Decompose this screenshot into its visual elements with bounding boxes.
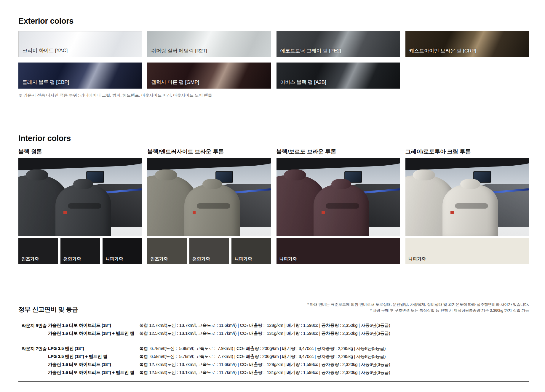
interior-photo-black-monotone — [18, 158, 142, 236]
fuel-economy-detail: 복합 12.7km/ℓ(도심 : 13.7km/ℓ, 고속도로 : 11.6km… — [139, 323, 390, 328]
engine-label: LPG 3.5 엔진 (18") + 빌트인 캠 — [48, 354, 139, 359]
exterior-swatch-shimmering-silver: 쉬머링 실버 메탈릭 [R2T] — [147, 31, 271, 57]
fuel-economy-note-line: * 차량 구매 후 구조변경 또는 특장작업 등 진행 시 제작허용총중량 기준… — [307, 308, 529, 313]
trim-label: 라운지 9인승 — [18, 321, 48, 337]
armrest-shape — [68, 203, 101, 209]
engine-label: 가솔린 1.6 터보 하이브리드 (18") — [48, 362, 139, 367]
interior-options-grid: 블랙 원톤 인조가죽 천연가죽 나파가죽 — [18, 148, 529, 264]
interior-photo-gray-rotorua-cream — [405, 158, 529, 236]
material-swatch-nappa-leather: 나파가죽 — [277, 238, 400, 264]
exterior-swatch-grid: 크리미 화이트 [YAC] 쉬머링 실버 메탈릭 [R2T] 에코트로닉 그레이… — [18, 31, 529, 89]
interior-colors-section: Interior colors 블랙 원톤 인조가죽 천연가죽 — [18, 134, 529, 264]
fuel-economy-detail: 복합 12.5km/ℓ(도심 : 13.1km/ℓ, 고속도로 : 11.7km… — [139, 370, 390, 375]
cabin-roof-shape — [405, 158, 529, 170]
fuel-economy-section: 정부 신고연비 및 등급 * 아래 연비는 표준모드에 의한 연비로서 도로상태… — [18, 302, 529, 382]
trim-group-lounge-7: 라운지 7인승 LPG 3.5 엔진 (18") 복합 6.7km/ℓ(도심 :… — [18, 345, 529, 377]
interior-photo-black-bordeaux-brown — [277, 158, 400, 236]
exterior-swatch-classy-blue: 클래지 블루 펄 [CBP] — [18, 63, 142, 89]
cabin-roof-shape — [18, 158, 142, 170]
material-swatch-nappa-leather: 나파가죽 — [231, 238, 271, 264]
interior-option-name: 블랙/엔트러사이트 브라운 투톤 — [147, 148, 271, 156]
material-swatches: 인조가죽 천연가죽 나파가죽 — [18, 238, 142, 264]
fuel-economy-title: 정부 신고연비 및 등급 — [18, 305, 78, 313]
material-label: 나파가죽 — [106, 256, 123, 262]
table-row: 가솔린 1.6 터보 하이브리드 (18") + 빌트인 캠 복합 12.5km… — [48, 369, 529, 377]
front-seat-shape — [184, 185, 240, 236]
armrest-shape — [326, 203, 359, 209]
divider-bottom — [18, 381, 529, 382]
exterior-swatch-label: 갤럭시 마룬 펄 [GMP] — [151, 79, 199, 86]
material-swatches: 나파가죽 — [405, 238, 529, 264]
interior-option-name: 블랙/보르도 브라운 투톤 — [277, 148, 400, 156]
material-swatch-nappa-leather: 나파가죽 — [405, 238, 529, 264]
seatbelt-buckle — [63, 211, 67, 214]
interior-option-black-anthracite-brown: 블랙/엔트러사이트 브라운 투톤 인조가죽 천연가죽 나파가죽 — [147, 148, 271, 264]
exterior-title: Exterior colors — [18, 17, 529, 26]
material-label: 나파가죽 — [279, 256, 297, 262]
table-row: 가솔린 1.6 터보 하이브리드 (18") + 빌트인 캠 복합 12.5km… — [48, 329, 529, 337]
exterior-swatch-galaxy-maroon: 갤럭시 마룬 펄 [GMP] — [147, 63, 271, 89]
interior-option-black-monotone: 블랙 원톤 인조가죽 천연가죽 나파가죽 — [18, 148, 142, 264]
material-swatch-synthetic-leather: 인조가죽 — [18, 238, 58, 264]
engine-label: 가솔린 1.6 터보 하이브리드 (18") + 빌트인 캠 — [48, 370, 139, 375]
exterior-swatch-abyss-black: 어비스 블랙 펄 [A2B] — [277, 63, 400, 89]
table-row: 가솔린 1.6 터보 하이브리드 (18") 복합 12.7km/ℓ(도심 : … — [48, 361, 529, 369]
divider-top — [18, 317, 529, 317]
fuel-economy-table: 라운지 9인승 가솔린 1.6 터보 하이브리드 (18") 복합 12.7km… — [18, 321, 529, 377]
table-row: LPG 3.5 엔진 (18") 복합 6.7km/ℓ(도심 : 5.9km/ℓ… — [48, 345, 529, 353]
interior-photo-black-anthracite-brown — [147, 158, 271, 236]
fuel-economy-note-line: * 아래 연비는 표준모드에 의한 연비로서 도로상태, 운전방법, 차량적재,… — [307, 302, 529, 308]
exterior-swatch-ecotronic-gray: 에코트로닉 그레이 펄 [PE2] — [277, 31, 400, 57]
front-seat-shape — [314, 185, 369, 236]
exterior-colors-section: Exterior colors 크리미 화이트 [YAC] 쉬머링 실버 메탈릭… — [18, 17, 529, 98]
exterior-swatch-label: 쉬머링 실버 메탈릭 [R2T] — [151, 47, 207, 54]
material-swatches: 나파가죽 — [277, 238, 400, 264]
table-row: 가솔린 1.6 터보 하이브리드 (18") 복합 12.7km/ℓ(도심 : … — [48, 321, 529, 329]
fuel-economy-notes: * 아래 연비는 표준모드에 의한 연비로서 도로상태, 운전방법, 차량적재,… — [307, 302, 529, 313]
engine-label: 가솔린 1.6 터보 하이브리드 (18") + 빌트인 캠 — [48, 331, 139, 336]
material-label: 나파가죽 — [234, 256, 252, 262]
interior-title: Interior colors — [18, 134, 529, 143]
fuel-economy-detail: 복합 12.7km/ℓ(도심 : 13.7km/ℓ, 고속도로 : 11.6km… — [139, 362, 390, 367]
seatbelt-buckle — [322, 211, 325, 214]
interior-option-name: 블랙 원톤 — [18, 148, 142, 156]
material-label: 인조가죽 — [150, 256, 168, 262]
material-swatch-natural-leather: 천연가죽 — [60, 238, 100, 264]
interior-option-gray-rotorua-cream: 그레이/로토루아 크림 투톤 나파가죽 — [405, 148, 529, 264]
engine-label: LPG 3.5 엔진 (18") — [48, 346, 139, 351]
seatbelt-buckle — [193, 211, 196, 214]
interior-option-name: 그레이/로토루아 크림 투톤 — [405, 148, 529, 156]
table-row: LPG 3.5 엔진 (18") + 빌트인 캠 복합 6.5km/ℓ(도심 :… — [48, 353, 529, 361]
material-label: 천연가죽 — [63, 256, 81, 262]
material-label: 나파가죽 — [408, 256, 426, 262]
armrest-shape — [455, 203, 488, 209]
fuel-economy-detail: 복합 6.7km/ℓ(도심 : 5.9km/ℓ, 고속도로 : 7.9km/ℓ)… — [139, 346, 386, 351]
exterior-swatch-label: 어비스 블랙 펄 [A2B] — [280, 79, 326, 86]
exterior-swatch-label: 캐스트아이언 브라운 펄 [CRP] — [409, 47, 476, 54]
fuel-economy-header: 정부 신고연비 및 등급 * 아래 연비는 표준모드에 의한 연비로서 도로상태… — [18, 302, 529, 317]
front-seat-shape — [442, 185, 498, 236]
material-swatch-nappa-leather: 나파가죽 — [103, 238, 142, 264]
material-label: 인조가죽 — [21, 256, 39, 262]
fuel-economy-detail: 복합 12.5km/ℓ(도심 : 13.1km/ℓ, 고속도로 : 11.7km… — [139, 331, 390, 336]
exterior-swatch-cast-iron-brown: 캐스트아이언 브라운 펄 [CRP] — [405, 31, 529, 57]
interior-option-black-bordeaux-brown: 블랙/보르도 브라운 투톤 나파가죽 — [277, 148, 400, 264]
trim-label: 라운지 7인승 — [18, 345, 48, 377]
material-label: 천연가죽 — [192, 256, 210, 262]
fuel-economy-detail: 복합 6.5km/ℓ(도심 : 5.7km/ℓ, 고속도로 : 7.7km/ℓ)… — [139, 354, 386, 359]
armrest-shape — [197, 203, 230, 209]
cabin-roof-shape — [277, 158, 400, 170]
exterior-design-note: ※ 라운지 전용 디자인 적용 부위 : 라디에이터 그릴, 범퍼, 헤드램프,… — [18, 93, 529, 98]
cabin-roof-shape — [147, 158, 271, 170]
exterior-swatch-label: 크리미 화이트 [YAC] — [23, 47, 68, 54]
exterior-swatch-label: 클래지 블루 펄 [CBP] — [22, 79, 69, 86]
exterior-swatch-creamy-white: 크리미 화이트 [YAC] — [18, 31, 142, 57]
material-swatch-synthetic-leather: 인조가죽 — [147, 238, 187, 264]
seatbelt-buckle — [450, 211, 454, 214]
engine-label: 가솔린 1.6 터보 하이브리드 (18") — [48, 323, 139, 328]
material-swatch-natural-leather: 천연가죽 — [189, 238, 229, 264]
front-seat-shape — [55, 185, 111, 236]
material-swatches: 인조가죽 천연가죽 나파가죽 — [147, 238, 271, 264]
exterior-swatch-label: 에코트로닉 그레이 펄 [PE2] — [280, 47, 341, 54]
trim-group-lounge-9: 라운지 9인승 가솔린 1.6 터보 하이브리드 (18") 복합 12.7km… — [18, 321, 529, 337]
